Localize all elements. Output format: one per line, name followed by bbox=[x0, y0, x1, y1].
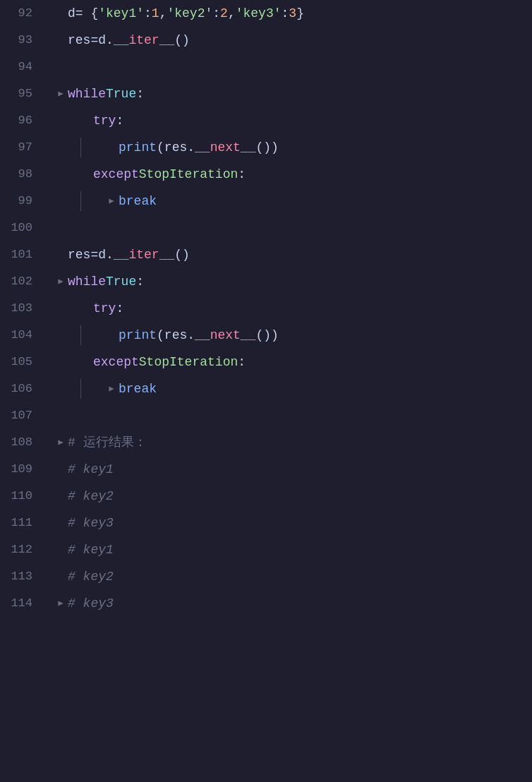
token-paren: ( bbox=[157, 322, 164, 349]
line-number: 94 bbox=[0, 54, 41, 80]
code-line: # key2 bbox=[55, 563, 532, 590]
fold-icon[interactable] bbox=[106, 383, 117, 395]
line-number: 95 bbox=[0, 80, 41, 107]
token-comment: # key1 bbox=[68, 456, 114, 483]
line-number: 111 bbox=[0, 510, 41, 536]
token-stop-iter: StopIteration bbox=[139, 161, 238, 188]
code-line: # key1 bbox=[55, 536, 532, 563]
token-var-d: d bbox=[68, 0, 75, 27]
token-punct: . bbox=[106, 27, 114, 54]
token-kw-true: True bbox=[106, 80, 136, 107]
line-number: 97 bbox=[0, 134, 41, 161]
svg-marker-4 bbox=[58, 440, 63, 445]
code-line: except StopIteration: bbox=[55, 349, 532, 375]
indent-bar bbox=[80, 325, 81, 345]
token-kw-while: while bbox=[68, 80, 106, 107]
token-kw-try: try bbox=[93, 295, 116, 322]
code-line bbox=[55, 402, 532, 429]
code-line: # 运行结果： bbox=[55, 429, 532, 456]
code-line: print(res.__next__()) bbox=[55, 322, 532, 349]
code-line: while True: bbox=[55, 268, 532, 295]
code-line: print(res.__next__()) bbox=[55, 134, 532, 161]
line-number: 93 bbox=[0, 27, 41, 54]
token-str-key: 'key3' bbox=[236, 0, 282, 27]
token-str-key: 'key2' bbox=[167, 0, 212, 27]
token-comment: # key2 bbox=[68, 483, 114, 510]
token-kw-try: try bbox=[93, 107, 116, 134]
token-punct: . bbox=[187, 134, 195, 161]
token-paren: () bbox=[174, 241, 190, 268]
token-comment: # key2 bbox=[68, 563, 114, 590]
svg-marker-5 bbox=[58, 601, 63, 606]
line-number: 100 bbox=[0, 215, 41, 241]
token-kw-res: res bbox=[164, 322, 187, 349]
code-line: d = {'key1': 1, 'key2': 2, 'key3': 3} bbox=[55, 0, 532, 27]
token-str-key: 'key1' bbox=[98, 0, 144, 27]
line-number: 106 bbox=[0, 375, 41, 402]
token-kw-except: except bbox=[93, 349, 139, 375]
line-number: 110 bbox=[0, 483, 41, 510]
token-var-d: d bbox=[98, 27, 106, 54]
fold-icon[interactable] bbox=[55, 276, 66, 287]
indent-bar bbox=[80, 379, 81, 399]
code-line: try: bbox=[55, 295, 532, 322]
svg-marker-3 bbox=[109, 386, 114, 391]
line-number: 113 bbox=[0, 563, 41, 590]
indent-bar bbox=[80, 191, 81, 211]
line-number: 98 bbox=[0, 161, 41, 188]
token-comment: # key3 bbox=[68, 510, 114, 536]
token-kw-res: res bbox=[68, 27, 90, 54]
token-punct: , bbox=[228, 0, 236, 27]
token-kw-break: break bbox=[119, 375, 157, 402]
line-number: 103 bbox=[0, 295, 41, 322]
code-line: # key3 bbox=[55, 510, 532, 536]
line-number: 92 bbox=[0, 0, 41, 27]
indent-spacer bbox=[55, 138, 106, 157]
code-line: # key1 bbox=[55, 456, 532, 483]
fold-icon[interactable] bbox=[55, 88, 66, 100]
fold-icon[interactable] bbox=[106, 196, 117, 207]
token-num: 3 bbox=[289, 0, 296, 27]
token-eq: = { bbox=[75, 0, 98, 27]
token-colon: : bbox=[136, 80, 144, 107]
token-paren: ( bbox=[157, 134, 164, 161]
code-line: # key2 bbox=[55, 483, 532, 510]
token-num: 2 bbox=[220, 0, 228, 27]
token-eq: = bbox=[90, 241, 98, 268]
line-number: 96 bbox=[0, 107, 41, 134]
token-colon: : bbox=[116, 295, 123, 322]
line-number: 102 bbox=[0, 268, 41, 295]
indent-spacer bbox=[55, 325, 106, 345]
code-line: break bbox=[55, 375, 532, 402]
code-line: res = d.__iter__() bbox=[55, 27, 532, 54]
indent-spacer bbox=[55, 191, 106, 211]
code-line: try: bbox=[55, 107, 532, 134]
fold-icon[interactable] bbox=[55, 598, 66, 609]
line-number: 105 bbox=[0, 349, 41, 375]
token-punct: . bbox=[106, 241, 114, 268]
token-comment-hash: # 运行结果： bbox=[68, 429, 147, 456]
token-colon: : bbox=[116, 107, 123, 134]
code-line: # key3 bbox=[55, 590, 532, 617]
code-line bbox=[55, 215, 532, 241]
svg-marker-1 bbox=[109, 198, 114, 203]
code-line bbox=[55, 54, 532, 80]
line-number: 109 bbox=[0, 456, 41, 483]
line-number: 104 bbox=[0, 322, 41, 349]
svg-marker-0 bbox=[58, 91, 63, 96]
token-colon: : bbox=[136, 268, 144, 295]
fold-icon[interactable] bbox=[55, 437, 66, 448]
token-punct: } bbox=[296, 0, 304, 27]
code-line: except StopIteration: bbox=[55, 161, 532, 188]
line-number: 99 bbox=[0, 188, 41, 215]
line-number: 108 bbox=[0, 429, 41, 456]
token-dunder: __iter__ bbox=[114, 241, 174, 268]
indent-bar bbox=[80, 138, 81, 157]
code-line: while True: bbox=[55, 80, 532, 107]
token-dunder: __next__ bbox=[195, 134, 255, 161]
token-punct: . bbox=[187, 322, 195, 349]
line-number: 112 bbox=[0, 536, 41, 563]
token-stop-iter: StopIteration bbox=[139, 349, 238, 375]
token-dunder: __next__ bbox=[195, 322, 255, 349]
code-line: res = d.__iter__() bbox=[55, 241, 532, 268]
